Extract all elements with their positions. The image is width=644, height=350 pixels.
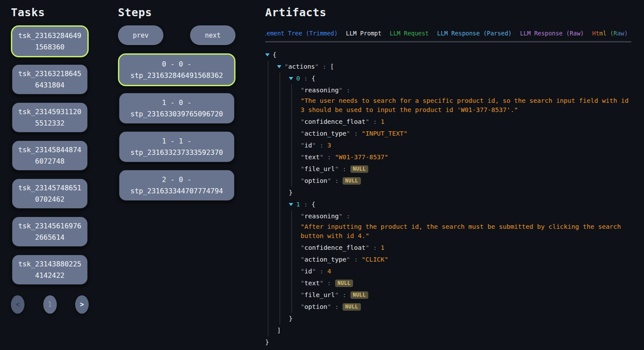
- null-badge: NULL: [335, 280, 353, 287]
- tab-llm-response-raw[interactable]: LLM Response (Raw): [520, 29, 584, 41]
- json-row: "action_type" : "CLICK": [265, 254, 631, 266]
- indent-guide: [289, 267, 301, 276]
- indent-guide: [289, 255, 301, 264]
- json-token-q: " :: [312, 268, 327, 275]
- indent-guide: [277, 164, 289, 174]
- json-token-n: 1: [381, 118, 384, 125]
- step-item-stp-231633039765096720[interactable]: 1 - 0 - stp_231633039765096720: [118, 92, 235, 125]
- tab-llm-request[interactable]: LLM Request: [390, 29, 429, 41]
- json-row: "file_url" : NULL: [265, 163, 631, 175]
- tasks-panel: Tasks tsk_231632846491568360tsk_23163218…: [11, 5, 89, 314]
- json-token-q: ": [301, 213, 305, 220]
- collapse-arrow-icon[interactable]: [265, 50, 273, 60]
- json-row-content: "actions" : [: [284, 62, 631, 71]
- json-row-content: {: [273, 50, 631, 60]
- task-item-tsk-231457486510702462[interactable]: tsk_231457486510702462: [11, 178, 89, 210]
- json-token-q: " :: [320, 280, 335, 287]
- indent-guide: [265, 105, 277, 115]
- indent-guide: [289, 231, 301, 241]
- json-token-q: :: [300, 75, 312, 82]
- json-row-content: ]: [277, 326, 631, 335]
- json-token-q: " :: [320, 154, 335, 161]
- json-token-k: actions: [288, 63, 315, 70]
- tab-element-tree-trimmed[interactable]: Element Tree (Trimmed): [265, 29, 338, 41]
- step-item-stp-231633344707774794[interactable]: 2 - 0 - stp_231633344707774794: [118, 169, 235, 202]
- next-step-button[interactable]: next: [190, 25, 235, 45]
- json-token-q: " :: [346, 256, 362, 263]
- steps-nav: prev next: [118, 25, 235, 45]
- indent-guide: [265, 176, 277, 186]
- indent-guide: [265, 314, 277, 323]
- json-row-content: button with id 4.": [301, 231, 631, 241]
- indent-guide: [265, 153, 277, 162]
- json-token-k: text: [305, 280, 320, 287]
- task-item-tsk-231456169762665614[interactable]: tsk_231456169762665614: [11, 216, 89, 248]
- pagination-prev-button[interactable]: <: [11, 295, 24, 314]
- task-item-tsk-231632846491568360[interactable]: tsk_231632846491568360: [11, 25, 89, 57]
- json-row-content: "After inputting the product id, the sea…: [301, 222, 631, 231]
- json-token-q: " :: [315, 63, 330, 70]
- json-token-q: ": [301, 291, 305, 298]
- json-token-k: text: [305, 154, 320, 161]
- prev-step-button[interactable]: prev: [118, 25, 163, 45]
- indent-guide: [277, 243, 289, 252]
- indent-guide: [289, 86, 301, 95]
- task-item-tsk-231458448746072748[interactable]: tsk_231458448746072748: [11, 140, 89, 172]
- collapse-arrow-icon[interactable]: [289, 200, 296, 209]
- task-item-tsk-231459311205512332[interactable]: tsk_231459311205512332: [11, 102, 89, 133]
- tasks-title: Tasks: [11, 5, 89, 20]
- json-token-q: " :: [312, 142, 327, 149]
- json-token-q: ": [301, 130, 305, 137]
- json-token-n: 4: [327, 268, 331, 275]
- json-token-q: ": [284, 63, 288, 70]
- json-row: }: [265, 336, 631, 348]
- json-row: 1 : {: [265, 199, 631, 210]
- pagination-next-button[interactable]: >: [75, 295, 89, 314]
- indent-guide: [265, 243, 277, 252]
- json-token-k: file_url: [305, 165, 335, 172]
- json-token-p: {: [312, 201, 315, 208]
- json-token-q: ": [301, 303, 305, 310]
- indent-guide: [265, 290, 277, 300]
- tab-html-raw[interactable]: Html (Raw): [592, 29, 628, 41]
- json-token-q: " :: [365, 244, 381, 251]
- json-row: "reasoning" :: [265, 210, 631, 222]
- collapse-arrow-icon[interactable]: [289, 74, 296, 83]
- json-row: "After inputting the product id, the sea…: [265, 222, 631, 231]
- json-row: }: [265, 313, 631, 325]
- json-row-content: "reasoning" :: [301, 86, 631, 95]
- collapse-arrow-icon[interactable]: [277, 62, 284, 71]
- json-row-content: "file_url" : NULL: [301, 290, 631, 300]
- json-row: "text" : "W01-377-8537": [265, 151, 631, 163]
- json-row-content: "action_type" : "CLICK": [301, 255, 631, 264]
- indent-guide: [277, 176, 289, 186]
- json-token-p: }: [289, 189, 293, 196]
- json-token-p: {: [312, 75, 315, 82]
- task-item-tsk-231438802254142422[interactable]: tsk_231438802254142422: [11, 254, 89, 286]
- json-row: 3 should be used to input the product id…: [265, 105, 631, 116]
- indent-guide: [277, 302, 289, 312]
- task-item-tsk-231632186456431804[interactable]: tsk_231632186456431804: [11, 63, 89, 95]
- json-row-content: 0 : {: [296, 74, 631, 83]
- json-token-s: button with id 4.": [301, 232, 369, 239]
- json-row-content: }: [289, 314, 631, 323]
- steps-title: Steps: [118, 5, 235, 20]
- tab-llm-response-parsed[interactable]: LLM Response (Parsed): [437, 29, 512, 41]
- pagination-page-1-button[interactable]: 1: [43, 295, 57, 314]
- indent-guide: [265, 302, 277, 312]
- json-token-p: ]: [277, 327, 281, 334]
- json-token-q: " :: [365, 118, 381, 125]
- indent-guide: [265, 141, 277, 150]
- null-badge: NULL: [343, 177, 361, 185]
- step-item-stp-231632846491568362[interactable]: 0 - 0 - stp_231632846491568362: [118, 53, 235, 86]
- indent-guide: [289, 212, 301, 221]
- steps-panel: Steps prev next 0 - 0 - stp_231632846491…: [118, 5, 235, 207]
- step-item-stp-231633237333592370[interactable]: 1 - 1 - stp_231633237333592370: [118, 130, 235, 163]
- json-row-content: 3 should be used to input the product id…: [301, 105, 631, 115]
- artifacts-tabbar: Element Tree (Trimmed)LLM PromptLLM Requ…: [265, 29, 631, 42]
- indent-guide: [277, 200, 289, 209]
- indent-guide: [265, 74, 277, 83]
- indent-guide: [289, 279, 301, 288]
- tab-llm-prompt[interactable]: LLM Prompt: [346, 29, 381, 41]
- json-row: "actions" : [: [265, 61, 631, 73]
